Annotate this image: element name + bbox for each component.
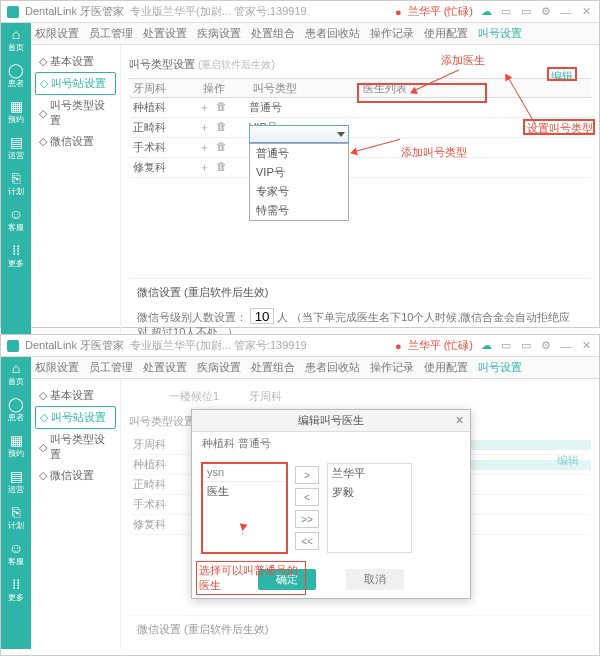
- tree-item[interactable]: ◇叫号站设置: [35, 406, 116, 429]
- add-icon[interactable]: ＋: [199, 140, 210, 155]
- tree-item[interactable]: ◇微信设置: [35, 465, 116, 486]
- tools-icon[interactable]: ⚙: [539, 339, 553, 353]
- wechat-title: 微信设置: [137, 286, 181, 298]
- selected-list[interactable]: 兰华平罗毅: [327, 463, 412, 553]
- th-type: 叫号类型: [249, 81, 359, 96]
- tab-8[interactable]: 叫号设置: [478, 360, 522, 375]
- type-select[interactable]: [249, 125, 349, 143]
- tab-6[interactable]: 操作记录: [370, 26, 414, 41]
- user-status[interactable]: 兰华平 (忙碌): [408, 4, 473, 19]
- nav-更多[interactable]: ⁞⁞更多: [8, 243, 24, 269]
- add-icon[interactable]: ＋: [199, 100, 210, 115]
- delete-icon[interactable]: 🗑: [216, 140, 227, 155]
- tab-7[interactable]: 使用配置: [424, 26, 468, 41]
- delete-icon[interactable]: 🗑: [216, 120, 227, 135]
- tree-item[interactable]: ◇叫号类型设置: [35, 429, 116, 465]
- close-icon[interactable]: ✕: [579, 5, 593, 19]
- tab-3[interactable]: 疾病设置: [197, 26, 241, 41]
- left-nav: ⌂首页◯患者▦预约▤运营⎘计划☺客服⁞⁞更多: [1, 357, 31, 649]
- tools-icon[interactable]: ⚙: [539, 5, 553, 19]
- th-op: 操作: [199, 81, 249, 96]
- dropdown-option[interactable]: 特需号: [250, 201, 348, 220]
- table-row: 正畸科＋🗑VIP号: [129, 118, 591, 138]
- content-panel: 叫号类型设置 (重启软件后生效) 牙周科 操作 叫号类型 医生列表 种植科＋🗑普…: [121, 45, 599, 352]
- transfer-btn[interactable]: <: [295, 488, 319, 506]
- tab-1[interactable]: 员工管理: [89, 26, 133, 41]
- user-status[interactable]: 兰华平 (忙碌): [408, 338, 473, 353]
- tab-3[interactable]: 疾病设置: [197, 360, 241, 375]
- tab-8[interactable]: 叫号设置: [478, 26, 522, 41]
- nav-预约[interactable]: ▦预约: [8, 433, 24, 459]
- nav-预约[interactable]: ▦预约: [8, 99, 24, 125]
- tree-item[interactable]: ◇叫号类型设置: [35, 95, 116, 131]
- dropdown-option[interactable]: VIP号: [250, 163, 348, 182]
- nav-首页[interactable]: ⌂首页: [8, 27, 24, 53]
- list-item[interactable]: 医生: [203, 482, 286, 501]
- tab-5[interactable]: 患者回收站: [305, 26, 360, 41]
- transfer-btn[interactable]: >: [295, 466, 319, 484]
- table-row: 修复科＋🗑: [129, 158, 591, 178]
- add-icon[interactable]: ＋: [199, 160, 210, 175]
- edit-doctor-modal: 编辑叫号医生 ✕ 种植科 普通号 ysn 医生 选择可以叫普通号的医生: [191, 409, 471, 599]
- tab-2[interactable]: 处置设置: [143, 360, 187, 375]
- list-item[interactable]: 罗毅: [328, 483, 411, 502]
- modal-title: 编辑叫号医生: [298, 413, 364, 428]
- tab-7[interactable]: 使用配置: [424, 360, 468, 375]
- app-logo-icon: [7, 340, 19, 352]
- nav-首页[interactable]: ⌂首页: [8, 361, 24, 387]
- nav-运营[interactable]: ▤运营: [8, 135, 24, 161]
- page-tabs: 权限设置员工管理处置设置疾病设置处置组合患者回收站操作记录使用配置叫号设置: [31, 23, 599, 45]
- brand-text: DentalLink 牙医管家: [25, 4, 124, 19]
- settings-tree: ◇基本设置◇叫号站设置◇叫号类型设置◇微信设置: [31, 379, 121, 649]
- nav-运营[interactable]: ▤运营: [8, 469, 24, 495]
- nav-客服[interactable]: ☺客服: [8, 541, 24, 567]
- transfer-btn[interactable]: >>: [295, 510, 319, 528]
- add-icon[interactable]: ＋: [199, 120, 210, 135]
- nav-患者[interactable]: ◯患者: [8, 397, 24, 423]
- min-icon[interactable]: ▭: [519, 5, 533, 19]
- delete-icon[interactable]: 🗑: [216, 100, 227, 115]
- tab-2[interactable]: 处置设置: [143, 26, 187, 41]
- page-tabs: 权限设置员工管理处置设置疾病设置处置组合患者回收站操作记录使用配置叫号设置: [31, 357, 599, 379]
- transfer-buttons: ><>><<: [295, 463, 319, 553]
- tab-0[interactable]: 权限设置: [35, 26, 79, 41]
- chat-icon[interactable]: ☁: [479, 339, 493, 353]
- phone-icon[interactable]: ▭: [499, 5, 513, 19]
- minimize-icon[interactable]: —: [559, 5, 573, 19]
- cancel-button[interactable]: 取消: [346, 569, 404, 590]
- tab-4[interactable]: 处置组合: [251, 26, 295, 41]
- tab-1[interactable]: 员工管理: [89, 360, 133, 375]
- nav-计划[interactable]: ⎘计划: [8, 171, 24, 197]
- close-icon[interactable]: ✕: [579, 339, 593, 353]
- modal-subtitle: 种植科 普通号: [192, 432, 470, 455]
- tab-5[interactable]: 患者回收站: [305, 360, 360, 375]
- titlebar: DentalLink 牙医管家 专业版兰华平(加尉... 管家号:139919 …: [1, 335, 599, 357]
- anno-box-edit: [547, 67, 577, 81]
- tree-item[interactable]: ◇叫号站设置: [35, 72, 116, 95]
- min-icon[interactable]: ▭: [519, 339, 533, 353]
- modal-close-icon[interactable]: ✕: [455, 414, 464, 427]
- list-item[interactable]: 兰华平: [328, 464, 411, 483]
- tab-4[interactable]: 处置组合: [251, 360, 295, 375]
- nav-更多[interactable]: ⁞⁞更多: [8, 577, 24, 603]
- transfer-btn[interactable]: <<: [295, 532, 319, 550]
- dropdown-option[interactable]: 专家号: [250, 182, 348, 201]
- wechat-value-input[interactable]: [250, 308, 274, 324]
- dropdown-option[interactable]: 普通号: [250, 144, 348, 163]
- chat-icon[interactable]: ☁: [479, 5, 493, 19]
- tree-item[interactable]: ◇基本设置: [35, 51, 116, 72]
- tab-6[interactable]: 操作记录: [370, 360, 414, 375]
- phone-icon[interactable]: ▭: [499, 339, 513, 353]
- nav-客服[interactable]: ☺客服: [8, 207, 24, 233]
- nav-计划[interactable]: ⎘计划: [8, 505, 24, 531]
- anno-select-doctor: 选择可以叫普通号的医生: [196, 561, 306, 595]
- available-list[interactable]: ysn 医生: [202, 463, 287, 553]
- anno-add-doctor: 添加医生: [441, 53, 485, 68]
- tree-item[interactable]: ◇基本设置: [35, 385, 116, 406]
- delete-icon[interactable]: 🗑: [216, 160, 227, 175]
- type-dropdown[interactable]: 普通号VIP号专家号特需号: [249, 143, 349, 221]
- tab-0[interactable]: 权限设置: [35, 360, 79, 375]
- minimize-icon[interactable]: —: [559, 339, 573, 353]
- tree-item[interactable]: ◇微信设置: [35, 131, 116, 152]
- nav-患者[interactable]: ◯患者: [8, 63, 24, 89]
